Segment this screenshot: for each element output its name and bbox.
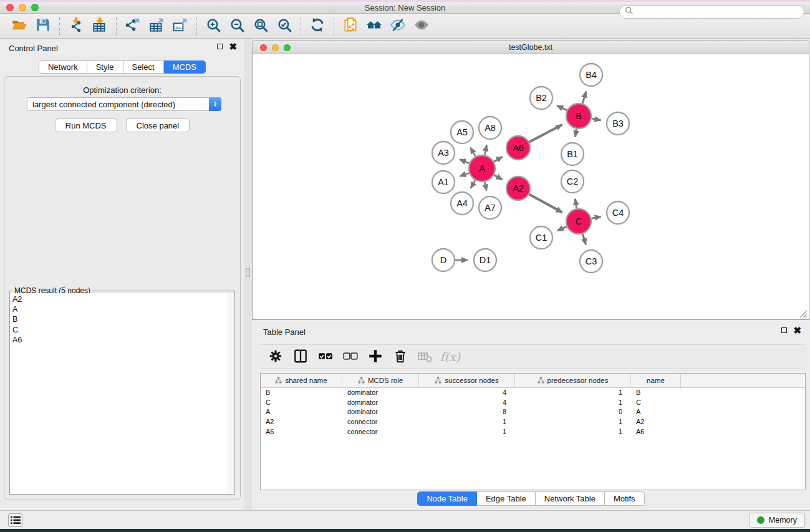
result-item[interactable]: A2 xyxy=(12,294,234,304)
export-network-button[interactable] xyxy=(121,16,145,36)
run-mcds-button[interactable]: Run MCDS xyxy=(55,118,117,132)
columns-button[interactable] xyxy=(290,347,311,367)
export-image-button[interactable] xyxy=(168,16,192,36)
cell[interactable]: 4 xyxy=(419,388,515,398)
cell[interactable]: B xyxy=(261,388,342,398)
cell[interactable]: 4 xyxy=(419,398,515,408)
gear-button[interactable] xyxy=(265,347,286,367)
cell[interactable]: 1 xyxy=(515,398,631,408)
tab-network-table[interactable]: Network Table xyxy=(536,491,605,506)
hide-eye-button[interactable] xyxy=(386,16,410,36)
cell[interactable]: B xyxy=(631,388,681,398)
cell[interactable]: dominator xyxy=(342,407,419,417)
zoom-selected-button[interactable] xyxy=(272,16,296,36)
node-D[interactable]: D xyxy=(432,249,455,271)
edge-A-A5[interactable] xyxy=(471,148,476,157)
float-panel-icon[interactable] xyxy=(217,44,223,49)
node-A[interactable]: A xyxy=(469,155,495,181)
table-float-icon[interactable] xyxy=(781,327,787,333)
result-item[interactable]: C xyxy=(12,325,234,335)
doc-network-button[interactable] xyxy=(339,16,362,36)
cell[interactable]: 1 xyxy=(515,388,631,398)
node-B4[interactable]: B4 xyxy=(580,64,602,86)
cell[interactable]: A2 xyxy=(631,417,681,427)
zoom-out-button[interactable] xyxy=(225,16,249,36)
refresh-button[interactable] xyxy=(306,16,329,36)
zoom-in-button[interactable] xyxy=(201,16,225,36)
cell[interactable]: 1 xyxy=(419,427,515,437)
tab-edge-table[interactable]: Edge Table xyxy=(477,491,536,506)
cell[interactable]: A xyxy=(261,407,342,417)
tab-node-table[interactable]: Node Table xyxy=(417,491,477,506)
import-table-button[interactable] xyxy=(88,16,112,36)
edge-A2-C[interactable] xyxy=(529,195,562,213)
search-input[interactable] xyxy=(634,7,799,16)
table-close-icon[interactable]: ✖ xyxy=(793,327,801,333)
edge-A6-B[interactable] xyxy=(529,125,562,142)
homes-button[interactable] xyxy=(362,16,386,36)
edge-A-A6[interactable] xyxy=(494,157,503,162)
node-C[interactable]: C xyxy=(566,209,591,234)
node-C4[interactable]: C4 xyxy=(607,201,629,224)
criterion-select[interactable]: largest connected component (directed) ▲… xyxy=(27,97,221,111)
divider-handle-icon[interactable] xyxy=(246,268,250,277)
edge-A-A3[interactable] xyxy=(460,160,470,163)
cell[interactable]: 1 xyxy=(515,417,631,427)
close-panel-icon[interactable]: ✖ xyxy=(229,44,237,49)
close-panel-button[interactable]: Close panel xyxy=(126,118,190,132)
result-item[interactable]: A xyxy=(12,304,234,314)
node-A8[interactable]: A8 xyxy=(479,117,501,139)
cell[interactable]: A2 xyxy=(261,417,342,427)
column-header-MCDS-role[interactable]: MCDS role xyxy=(342,374,419,387)
network-window-titlebar[interactable]: testGlobe.txt xyxy=(252,40,809,54)
cell[interactable]: connector xyxy=(342,417,419,427)
edge-A-A8[interactable] xyxy=(485,145,486,155)
task-history-button[interactable] xyxy=(8,513,22,527)
node-B[interactable]: B xyxy=(566,104,591,128)
zoom-fit-button[interactable] xyxy=(249,16,272,36)
edge-A-A1[interactable] xyxy=(460,173,469,176)
result-item[interactable]: B xyxy=(12,314,234,324)
memory-button[interactable]: Memory xyxy=(749,513,805,528)
cell[interactable]: 0 xyxy=(515,407,631,417)
tab-motifs[interactable]: Motifs xyxy=(605,491,645,506)
column-header-name[interactable]: name xyxy=(631,374,681,387)
column-header-successor-nodes[interactable]: successor nodes xyxy=(419,374,515,387)
column-header-predecessor-nodes[interactable]: predecessor nodes xyxy=(515,374,631,387)
cell[interactable]: C xyxy=(261,398,342,408)
open-folder-button[interactable] xyxy=(7,16,31,36)
node-D1[interactable]: D1 xyxy=(474,249,496,271)
column-header-shared-name[interactable]: shared name xyxy=(261,374,342,387)
edge-A-A7[interactable] xyxy=(485,182,486,191)
tab-mcds[interactable]: MCDS xyxy=(164,60,206,74)
search-field[interactable] xyxy=(619,5,804,19)
import-network-button[interactable] xyxy=(64,16,88,36)
edge-C-C4[interactable] xyxy=(592,216,601,218)
edge-B-B2[interactable] xyxy=(557,105,567,110)
edge-C-C2[interactable] xyxy=(575,199,577,209)
cell[interactable]: A6 xyxy=(631,427,681,437)
tab-network[interactable]: Network xyxy=(39,60,87,74)
result-item[interactable]: A6 xyxy=(12,335,234,345)
delete-row-button[interactable] xyxy=(390,347,411,367)
network-canvas[interactable]: A5A8A3A1A4A7AA6A2B2B4BB3B1C2CC4C1C3DD1 xyxy=(252,54,809,320)
cell[interactable]: 8 xyxy=(419,407,515,417)
save-button[interactable] xyxy=(31,16,55,36)
node-A6[interactable]: A6 xyxy=(506,136,530,160)
node-C2[interactable]: C2 xyxy=(561,170,584,193)
table-row[interactable]: A6connector11A6 xyxy=(261,427,805,437)
cell[interactable]: dominator xyxy=(342,388,419,398)
table-row[interactable]: A2connector11A2 xyxy=(261,417,805,427)
mcds-result-list[interactable]: A2ABCA6 xyxy=(10,293,234,494)
result-scrollbar[interactable] xyxy=(228,293,234,494)
edge-A-A4[interactable] xyxy=(471,180,475,188)
cell[interactable]: A6 xyxy=(261,427,342,437)
export-table-button[interactable] xyxy=(145,16,168,36)
edge-C-C1[interactable] xyxy=(557,226,567,231)
cell[interactable]: C xyxy=(631,398,681,408)
node-C1[interactable]: C1 xyxy=(530,226,552,249)
tab-style[interactable]: Style xyxy=(87,60,123,74)
cell[interactable]: dominator xyxy=(342,398,419,408)
node-A3[interactable]: A3 xyxy=(432,142,455,164)
node-table[interactable]: shared nameMCDS rolesuccessor nodesprede… xyxy=(260,373,806,490)
